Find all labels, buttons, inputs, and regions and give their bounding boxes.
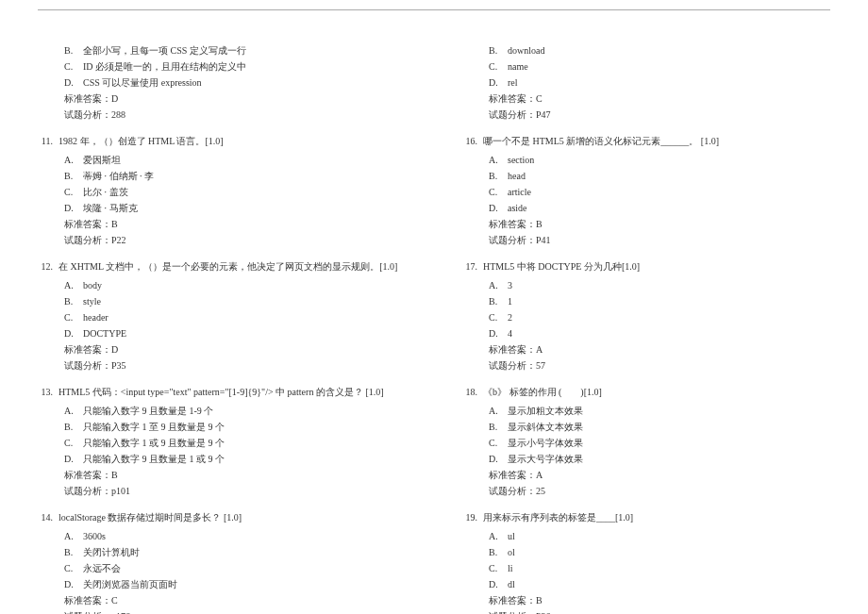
- option-line: D.dl: [462, 576, 830, 592]
- option-letter: A.: [489, 152, 508, 168]
- option-letter: C.: [64, 560, 83, 576]
- answer-line: 标准答案：B: [38, 216, 406, 232]
- analysis-value: P41: [536, 232, 551, 248]
- option-letter: C.: [64, 58, 83, 75]
- option-line: D.4: [462, 325, 830, 341]
- option-line: B.download: [462, 42, 830, 58]
- option-letter: B.: [489, 168, 508, 184]
- analysis-label: 试题分析：: [64, 357, 111, 373]
- question-block: 17.HTML5 中将 DOCTYPE 分为几种[1.0]A.3B.1C.2D.…: [462, 259, 830, 373]
- analysis-label: 试题分析：: [64, 483, 111, 499]
- analysis-line: 试题分析：P22: [38, 232, 406, 248]
- option-text: dl: [508, 576, 830, 592]
- analysis-value: P26: [536, 608, 551, 614]
- analysis-value: 288: [111, 107, 125, 123]
- answer-value: B: [536, 592, 542, 608]
- option-line: B.只能输入数字 1 至 9 且数量是 9 个: [38, 419, 406, 435]
- answer-value: D: [111, 341, 118, 357]
- option-letter: B.: [64, 293, 83, 309]
- option-letter: A.: [64, 152, 83, 168]
- answer-label: 标准答案：: [64, 216, 111, 232]
- option-letter: D.: [64, 576, 83, 592]
- question-block: 18.《b》 标签的作用 ( )[1.0]A.显示加粗文本效果B.显示斜体文本效…: [462, 385, 830, 499]
- answer-value: B: [111, 467, 118, 483]
- answer-value: A: [536, 341, 542, 357]
- option-letter: D.: [489, 576, 508, 592]
- question-title: 16.哪一个不是 HTML5 新增的语义化标记元素______。 [1.0]: [462, 134, 830, 149]
- option-letter: D.: [489, 200, 508, 216]
- analysis-line: 试题分析：57: [462, 357, 830, 373]
- option-line: A.section: [462, 152, 830, 168]
- option-text: 2: [508, 309, 830, 325]
- question-text: localStorage 数据存储过期时间是多长？ [1.0]: [58, 510, 406, 525]
- analysis-label: 试题分析：: [489, 232, 536, 248]
- answer-line: 标准答案：D: [38, 341, 406, 357]
- option-line: A.爱因斯坦: [38, 152, 406, 168]
- option-text: 3600s: [83, 528, 406, 544]
- option-letter: B.: [64, 419, 83, 435]
- option-text: 爱因斯坦: [83, 152, 406, 168]
- option-line: B.1: [462, 293, 830, 309]
- answer-value: A: [536, 467, 542, 483]
- option-letter: B.: [64, 168, 83, 184]
- option-letter: B.: [489, 544, 508, 560]
- option-line: C.article: [462, 184, 830, 200]
- analysis-line: 试题分析：P26: [462, 608, 830, 614]
- question-text: 哪一个不是 HTML5 新增的语义化标记元素______。 [1.0]: [483, 134, 830, 149]
- option-letter: C.: [64, 309, 83, 325]
- analysis-line: 试题分析：p101: [38, 483, 406, 499]
- analysis-label: 试题分析：: [489, 483, 536, 499]
- option-line: C.name: [462, 58, 830, 75]
- option-line: C.ID 必须是唯一的，且用在结构的定义中: [38, 58, 406, 75]
- question-number: 19.: [462, 510, 483, 525]
- option-line: D.关闭浏览器当前页面时: [38, 576, 406, 592]
- option-text: 蒂姆 · 伯纳斯 · 李: [83, 168, 406, 184]
- analysis-label: 试题分析：: [489, 107, 536, 123]
- question-number: 12.: [38, 259, 58, 274]
- option-letter: D.: [64, 200, 83, 216]
- option-line: B.蒂姆 · 伯纳斯 · 李: [38, 168, 406, 184]
- option-letter: A.: [489, 528, 508, 544]
- answer-line: 标准答案：A: [462, 341, 830, 357]
- option-text: 只能输入数字 1 或 9 且数量是 9 个: [83, 435, 406, 451]
- option-letter: C.: [64, 184, 83, 200]
- analysis-line: 试题分析：288: [38, 107, 406, 123]
- left-column: B.全部小写，且每一项 CSS 定义写成一行C.ID 必须是唯一的，且用在结构的…: [38, 42, 406, 614]
- question-title: 12.在 XHTML 文档中，（）是一个必要的元素，他决定了网页文档的显示规则。…: [38, 259, 406, 274]
- option-letter: A.: [64, 277, 83, 293]
- option-letter: A.: [489, 403, 508, 419]
- answer-value: C: [111, 592, 118, 608]
- question-block: 19.用来标示有序列表的标签是____[1.0]A.ulB.olC.liD.dl…: [462, 510, 830, 614]
- option-line: B.ol: [462, 544, 830, 560]
- analysis-line: 试题分析：p176: [38, 608, 406, 614]
- analysis-value: P22: [111, 232, 126, 248]
- question-title: 13.HTML5 代码：<input type="text" pattern="…: [38, 385, 406, 400]
- option-letter: D.: [489, 451, 508, 467]
- question-text: 《b》 标签的作用 ( )[1.0]: [483, 385, 830, 400]
- option-letter: A.: [489, 277, 508, 293]
- option-line: C.li: [462, 560, 830, 576]
- option-letter: B.: [64, 42, 83, 58]
- option-letter: B.: [64, 544, 83, 560]
- option-line: B.显示斜体文本效果: [462, 419, 830, 435]
- answer-label: 标准答案：: [489, 467, 536, 483]
- question-title: 14.localStorage 数据存储过期时间是多长？ [1.0]: [38, 510, 406, 525]
- option-text: ID 必须是唯一的，且用在结构的定义中: [83, 58, 406, 75]
- option-text: 4: [508, 325, 830, 341]
- option-line: B.全部小写，且每一项 CSS 定义写成一行: [38, 42, 406, 58]
- question-text: 1982 年，（）创造了 HTML 语言。[1.0]: [58, 134, 406, 149]
- analysis-label: 试题分析：: [64, 107, 111, 123]
- analysis-line: 试题分析：P47: [462, 107, 830, 123]
- option-text: 1: [508, 293, 830, 309]
- answer-value: B: [111, 216, 118, 232]
- option-text: DOCTYPE: [83, 325, 406, 341]
- option-text: head: [508, 168, 830, 184]
- option-line: A.显示加粗文本效果: [462, 403, 830, 419]
- analysis-value: 25: [536, 483, 545, 499]
- answer-line: 标准答案：A: [462, 467, 830, 483]
- option-letter: A.: [64, 403, 83, 419]
- option-line: C.比尔 · 盖茨: [38, 184, 406, 200]
- analysis-value: 57: [536, 357, 545, 373]
- answer-line: 标准答案：D: [38, 91, 406, 107]
- option-text: 显示大号字体效果: [508, 451, 830, 467]
